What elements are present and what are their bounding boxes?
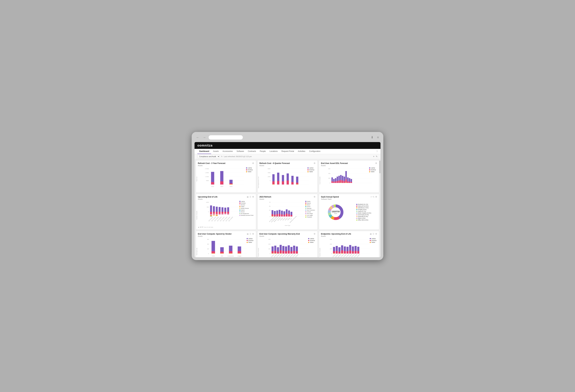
nav-item-people[interactable]: People [258, 149, 267, 154]
widget-actions: ⚙ [314, 233, 315, 235]
legend-dot [305, 208, 306, 209]
nav-item-accessories[interactable]: Accessories [221, 149, 235, 154]
download-button[interactable]: ⬇ [370, 135, 374, 140]
nav-item-software[interactable]: Software [235, 149, 246, 154]
legend-dot [305, 213, 306, 214]
app-header: oomnitza [194, 142, 381, 149]
nav-item-dashboard[interactable]: Dashboard [197, 149, 211, 154]
legend-item-monitor: Monitor [239, 204, 253, 206]
legend-item-desktop: Desktop [239, 202, 253, 204]
legend-dot [305, 215, 306, 216]
svg-text:200: 200 [268, 243, 270, 245]
legend-label: Salesforce (7.5%) [358, 207, 369, 208]
browser-toolbar: ← → 🔍 ⬇ ≡ [194, 135, 381, 140]
legend-item-grammarly: Grammarly (5.6%) [356, 214, 371, 216]
nav-item-request-portal[interactable]: Request Portal [280, 149, 296, 154]
percent-icon[interactable]: % [373, 196, 374, 198]
widget-settings-icon[interactable]: ⚙ [375, 162, 377, 164]
chart-legend-w7: Laptop Desktop Tablet [247, 238, 253, 243]
widget-warranty-end: End User Compute: Upcoming Warranty End … [257, 231, 318, 257]
widget-settings-icon[interactable]: ⚙ [314, 162, 315, 164]
legend-item-lasvegas: Las Vegas [305, 215, 315, 216]
table-icon[interactable]: ☰ [373, 233, 374, 235]
nav-item-configuration[interactable]: Configuration [307, 149, 322, 154]
widget-subtitle: Assets [198, 198, 254, 200]
scrollbar-thumb[interactable] [379, 161, 381, 173]
svg-rect-88 [213, 206, 215, 212]
legend-dot [305, 201, 306, 202]
svg-rect-138 [283, 215, 285, 216]
svg-rect-182 [229, 253, 232, 254]
legend-label: Grammarly (5.6%) [358, 214, 369, 216]
widget-title: Endpoints: Upcoming End of Life [321, 233, 351, 235]
edit-dashboard-button[interactable]: ✎ [376, 155, 378, 158]
legend-item-desktop: Desktop [369, 169, 376, 171]
bar-chart-icon[interactable]: ▦ [370, 233, 372, 235]
svg-text:1 500k: 1 500k [205, 172, 209, 173]
address-bar[interactable] [209, 135, 243, 140]
nav-item-assets[interactable]: Assets [211, 149, 221, 154]
svg-rect-10 [211, 182, 214, 184]
legend-item-tablet: Tablet [308, 242, 315, 243]
bar-chart-icon[interactable]: ▦ [247, 196, 249, 198]
legend-label: Expensify (5.4%) [358, 216, 368, 217]
widget-settings-icon[interactable]: ⚙ [314, 196, 315, 198]
hash-icon[interactable]: # [371, 196, 372, 198]
dashboard-filter-select[interactable]: Compliance and Audit [197, 155, 220, 158]
legend-item-server: Server [239, 211, 253, 212]
chart-legend: Laptop Desktop Tablet [308, 167, 314, 172]
donut-container: 1323733 Sum Zendesk (41.1%) SalesLoft (1… [321, 201, 377, 224]
svg-rect-241 [333, 253, 335, 254]
bar-chart-icon[interactable]: ▦ [247, 233, 249, 235]
legend-dot [356, 209, 357, 210]
x-axis-label: Asset Type [285, 225, 290, 226]
svg-text:100: 100 [268, 248, 270, 250]
widget-settings-icon[interactable]: ⚙ [375, 196, 377, 198]
legend-dot [247, 240, 248, 241]
widget-subtitle: Assets [260, 235, 316, 237]
widget-upcoming-eol: Upcoming End of Life ▦ ☰ ⚙ Assets Number… [196, 194, 256, 230]
nav-item-contracts[interactable]: Contracts [246, 149, 258, 154]
legend-label: Las Vegas [307, 215, 313, 216]
widget-title: Refresh Cost - 3 Year Forecast [198, 162, 225, 164]
menu-button[interactable]: ≡ [376, 135, 380, 140]
legend-dot [239, 206, 240, 207]
chart-area-w3: Count of Assets 300 200 100 0 [321, 167, 377, 191]
svg-rect-184 [238, 251, 241, 254]
table-icon[interactable]: ☰ [249, 233, 251, 235]
widget-header: Refresh Cost - 6 Quarter Forecast ⚙ [260, 162, 316, 164]
widget-actions: # % ⚙ [371, 196, 377, 198]
widget-subtitle: Assets [260, 165, 316, 166]
widget-settings-icon[interactable]: ⚙ [375, 233, 377, 235]
back-button[interactable]: ← [195, 135, 200, 140]
legend-item-desktop: Desktop [370, 240, 377, 241]
refresh-icon[interactable]: ↻ [221, 156, 223, 158]
legend-label: San Diego [307, 213, 313, 214]
widget-settings-icon[interactable]: ⚙ [314, 233, 315, 235]
legend-dot [246, 167, 247, 168]
nav-help-icon[interactable]: ? [376, 150, 378, 153]
svg-rect-258 [355, 251, 357, 254]
pagination-label: ▲ 1/2 ▼ [198, 226, 203, 228]
legend-item-laptop: Laptop [308, 238, 315, 239]
y-axis-label: Total Cost [196, 177, 197, 182]
legend-label: Desktop [371, 240, 377, 241]
nav-item-locations[interactable]: Locations [267, 149, 279, 154]
widget-settings-icon[interactable]: ⚙ [252, 162, 254, 164]
legend-label: Tablet [371, 171, 374, 172]
chart-legend-w9: Laptop Desktop Tablet [370, 238, 377, 243]
svg-rect-57 [337, 181, 338, 183]
legend-label: Laptop [241, 201, 245, 202]
widget-settings-icon[interactable]: ⚙ [252, 196, 254, 198]
svg-rect-87 [210, 216, 212, 216]
widget-settings-icon[interactable]: ⚙ [252, 233, 254, 235]
svg-rect-100 [221, 207, 223, 212]
widget-subtitle: Assets [260, 198, 316, 200]
forward-button[interactable]: → [202, 135, 207, 140]
add-widget-button[interactable]: + [373, 155, 374, 158]
widget-header: End User Asset EOL Forecast ⚙ [321, 162, 377, 164]
legend-item-sf: San Francisco [305, 209, 315, 211]
legend-label: Tablet [309, 171, 313, 172]
nav-item-activities[interactable]: Activities [296, 149, 307, 154]
table-icon[interactable]: ☰ [249, 196, 251, 198]
